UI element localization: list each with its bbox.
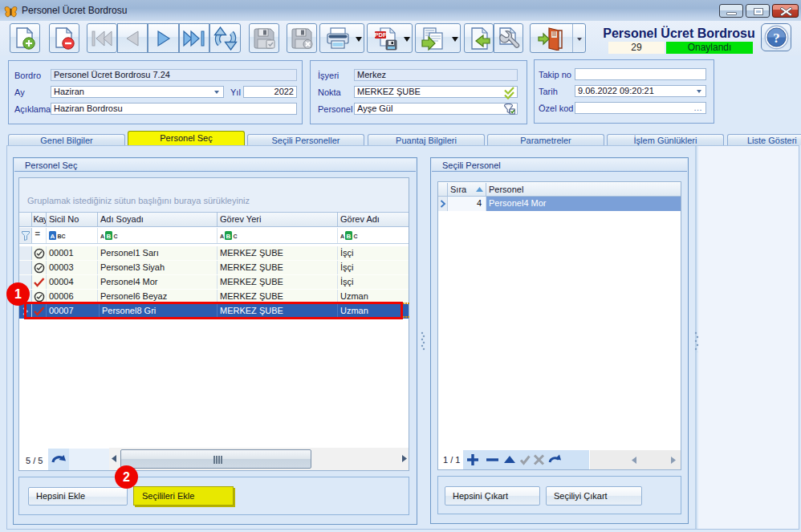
svg-text:A: A	[100, 234, 104, 239]
svg-text:A: A	[51, 233, 55, 240]
svg-text:B: B	[107, 233, 112, 240]
svg-text:B: B	[226, 233, 231, 240]
svg-text:BC: BC	[58, 234, 66, 239]
svg-text:PDF: PDF	[375, 31, 387, 39]
svg-text:C: C	[234, 234, 238, 239]
svg-text:C: C	[354, 234, 358, 239]
svg-text:B: B	[347, 233, 352, 240]
svg-text:A: A	[220, 234, 224, 239]
svg-text:?: ?	[773, 30, 780, 46]
svg-text:C: C	[114, 234, 118, 239]
svg-text:A: A	[340, 234, 344, 239]
